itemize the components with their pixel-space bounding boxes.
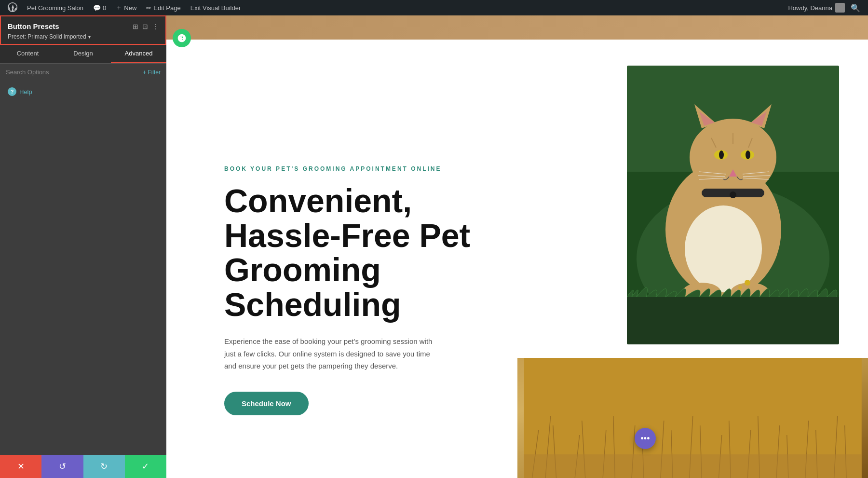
- svg-rect-29: [627, 297, 839, 344]
- help-section[interactable]: ? Help: [0, 81, 166, 103]
- panel-bottom-toolbar: ✕ ↺ ↻ ✓: [0, 455, 166, 478]
- hero-subtitle: BOOK YOUR PET'S GROOMING APPOINTMENT ONL…: [224, 165, 488, 172]
- svg-rect-56: [524, 454, 861, 478]
- panel-title-icons: ⊞ ⊡ ⋮: [133, 23, 159, 30]
- schedule-now-button[interactable]: Schedule Now: [224, 392, 309, 415]
- site-name-label: Pet Grooming Salon: [27, 4, 83, 12]
- redo-button[interactable]: ↻: [83, 455, 125, 478]
- tab-advanced[interactable]: Advanced: [111, 45, 166, 63]
- redo-icon: ↻: [100, 461, 108, 472]
- fab-dots-icon: •••: [641, 434, 650, 443]
- site-name-button[interactable]: Pet Grooming Salon: [23, 0, 87, 15]
- svg-point-30: [745, 280, 750, 286]
- svg-point-31: [738, 286, 742, 289]
- howdy-area[interactable]: Howdy, Deanna: [788, 3, 845, 13]
- svg-point-23: [730, 191, 736, 198]
- cancel-button[interactable]: ✕: [0, 455, 41, 478]
- panel-tabs: Content Design Advanced: [0, 45, 166, 64]
- grid-icon[interactable]: ⊡: [142, 23, 148, 30]
- search-button[interactable]: 🔍: [847, 3, 864, 13]
- svg-point-6: [690, 119, 776, 196]
- panel-search-area: + Filter: [0, 64, 166, 81]
- floating-action-button[interactable]: •••: [635, 428, 656, 449]
- svg-point-13: [719, 150, 724, 159]
- undo-button[interactable]: ↺: [41, 455, 83, 478]
- more-options-icon[interactable]: ⋮: [152, 23, 159, 30]
- comments-button[interactable]: 💬 0: [89, 0, 110, 15]
- hero-title: Convenient, Hassle-Free Pet Grooming Sch…: [224, 184, 488, 322]
- exit-visual-builder-button[interactable]: Exit Visual Builder: [187, 0, 245, 15]
- sidebar-panel: Button Presets ⊞ ⊡ ⋮ Preset: Primary Sol…: [0, 15, 166, 478]
- hero-section: BOOK YOUR PET'S GROOMING APPOINTMENT ONL…: [166, 40, 868, 478]
- tab-design[interactable]: Design: [55, 45, 111, 63]
- hero-right-image: [517, 40, 868, 478]
- wp-logo-button[interactable]: [4, 0, 21, 15]
- save-button[interactable]: ✓: [125, 455, 166, 478]
- copy-icon[interactable]: ⊞: [133, 23, 138, 30]
- panel-title: Button Presets: [8, 22, 59, 30]
- filter-button[interactable]: + Filter: [143, 69, 161, 76]
- panel-preset-row: Preset: Primary Solid imported ▾: [8, 33, 159, 40]
- tab-content[interactable]: Content: [0, 45, 55, 63]
- undo-icon: ↺: [59, 461, 66, 472]
- edit-page-label: Edit Page: [153, 4, 180, 12]
- comment-icon: 💬: [93, 4, 101, 12]
- help-label: Help: [19, 88, 32, 96]
- help-icon: ?: [8, 87, 16, 96]
- comment-count: 0: [103, 4, 106, 12]
- admin-bar-right: Howdy, Deanna 🔍: [788, 3, 864, 13]
- divi-edit-icon[interactable]: [173, 29, 191, 47]
- cat-photo: [627, 66, 839, 344]
- panel-title-row: Button Presets ⊞ ⊡ ⋮: [8, 22, 159, 30]
- hero-body-text: Experience the ease of booking your pet'…: [224, 335, 436, 372]
- search-options-input[interactable]: [6, 68, 140, 76]
- edit-icon: ✏: [146, 4, 151, 12]
- filter-label: + Filter: [143, 69, 161, 76]
- cancel-icon: ✕: [17, 461, 25, 472]
- svg-point-14: [746, 150, 750, 159]
- hero-left-content: BOOK YOUR PET'S GROOMING APPOINTMENT ONL…: [166, 40, 517, 478]
- svg-point-5: [685, 205, 762, 292]
- howdy-text: Howdy, Deanna: [788, 4, 832, 12]
- exit-builder-label: Exit Visual Builder: [190, 4, 241, 12]
- preset-text: Preset: Primary Solid imported: [8, 33, 86, 40]
- wp-logo-icon: [8, 2, 17, 14]
- save-icon: ✓: [142, 461, 149, 472]
- panel-header: Button Presets ⊞ ⊡ ⋮ Preset: Primary Sol…: [0, 15, 166, 45]
- new-button[interactable]: ＋ New: [112, 0, 140, 15]
- preset-dropdown-arrow[interactable]: ▾: [88, 34, 91, 40]
- page-preview: BOOK YOUR PET'S GROOMING APPOINTMENT ONL…: [166, 15, 868, 478]
- new-icon: ＋: [116, 3, 122, 12]
- user-avatar: [835, 3, 845, 13]
- new-label: New: [124, 4, 136, 12]
- admin-bar: Pet Grooming Salon 💬 0 ＋ New ✏ Edit Page…: [0, 0, 868, 15]
- edit-page-button[interactable]: ✏ Edit Page: [142, 0, 184, 15]
